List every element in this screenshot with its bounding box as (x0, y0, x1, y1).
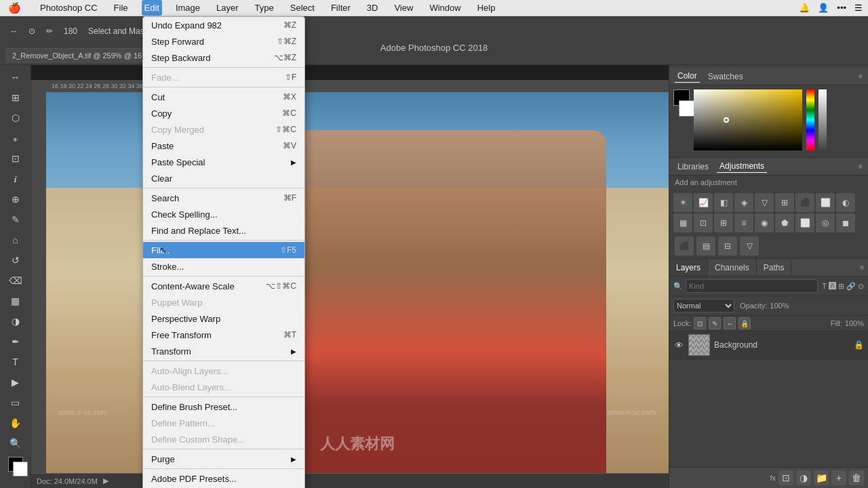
brush-tool-btn[interactable]: ✏ (42, 25, 57, 37)
background-color[interactable] (13, 462, 28, 476)
menu-filter[interactable]: Filter (328, 0, 353, 16)
menu-edit[interactable]: Edit (142, 0, 162, 16)
adj-gradient-map[interactable]: ▦ (673, 214, 692, 232)
adj-bw[interactable]: ⬜ (795, 214, 814, 232)
shape-tool[interactable]: ▭ (3, 393, 28, 412)
pen-tool[interactable]: ✒ (3, 332, 28, 351)
menu-layer[interactable]: Layer (214, 0, 241, 16)
menu-clear[interactable]: Clear (143, 170, 304, 186)
menu-find-replace[interactable]: Find and Replace Text... (143, 222, 304, 239)
menu-photoshop[interactable]: Photoshop CC (37, 0, 100, 16)
menu-perspective-warp[interactable]: Perspective Warp (143, 310, 304, 327)
adj-channel-mixer[interactable]: ⊞ (714, 214, 733, 232)
add-mask-btn[interactable]: ⊡ (778, 470, 793, 485)
crop-tool[interactable]: ⊡ (3, 149, 28, 168)
menu-window[interactable]: Window (427, 0, 463, 16)
alpha-bar[interactable] (818, 89, 827, 150)
menu-copy[interactable]: Copy ⌘C (143, 105, 304, 121)
text-tool[interactable]: T (3, 352, 28, 371)
adj-threshold[interactable]: ◐ (836, 193, 855, 212)
adj-extra-2[interactable]: ▤ (696, 237, 715, 256)
clone-stamp-tool[interactable]: ⌂ (3, 230, 28, 249)
layers-tab[interactable]: Layers (669, 259, 708, 276)
group-layers-btn[interactable]: 📁 (814, 470, 829, 485)
adj-photo-filter[interactable]: ◎ (816, 214, 835, 232)
foreground-color[interactable] (8, 457, 23, 472)
opacity-value[interactable]: 100% (770, 302, 789, 310)
hue-bar[interactable] (806, 89, 814, 150)
color-panel-menu[interactable]: ≡ (859, 73, 863, 80)
menu-type[interactable]: Type (252, 0, 277, 16)
artboard-tool[interactable]: ⊞ (3, 88, 28, 107)
lasso-tool[interactable]: ⬡ (3, 108, 28, 127)
eraser-tool[interactable]: ⌫ (3, 271, 28, 290)
adj-hsl[interactable]: ▽ (755, 193, 774, 212)
spot-heal-tool[interactable]: ⊕ (3, 190, 28, 209)
adjustment-layer-btn[interactable]: ◑ (796, 470, 811, 485)
menu-undo[interactable]: Undo Expand 982 ⌘Z (143, 17, 304, 33)
move-tool[interactable]: ↔ (3, 68, 28, 87)
menu-define-brush[interactable]: Define Brush Preset... (143, 399, 304, 415)
new-layer-btn[interactable]: + (831, 470, 846, 485)
menu-puppet-warp[interactable]: Puppet Warp (143, 294, 304, 310)
menu-view[interactable]: View (391, 0, 416, 16)
menu-step-backward[interactable]: Step Backward ⌥⌘Z (143, 49, 304, 66)
adj-posterize[interactable]: ⬜ (816, 193, 835, 212)
brush-size-btn[interactable]: 180 (60, 25, 81, 37)
adj-colorlookup[interactable]: ⊞ (775, 193, 794, 212)
layer-background[interactable]: 👁 Background 🔒 (669, 331, 868, 359)
dodge-tool[interactable]: ◑ (3, 312, 28, 331)
menu-paste-special[interactable]: Paste Special ▶ (143, 154, 304, 170)
canvas-image[interactable]: www.rr-sc.com www.rr-sc.com 人人素材网 (46, 92, 669, 473)
menu-auto-blend[interactable]: Auto-Blend Layers... (143, 379, 304, 395)
hand-tool[interactable]: ✋ (3, 413, 28, 432)
adj-curves[interactable]: 📈 (694, 193, 713, 212)
layers-kind-select[interactable] (686, 279, 818, 293)
menu-select[interactable]: Select (288, 0, 317, 16)
canvas-background[interactable]: www.rr-sc.com www.rr-sc.com 人人素材网 (46, 92, 669, 473)
delete-layer-btn[interactable]: 🗑 (849, 470, 864, 485)
fx-btn[interactable]: fx (770, 474, 776, 482)
history-tool[interactable]: ↺ (3, 251, 28, 270)
apple-menu[interactable]: 🍎 (5, 0, 24, 16)
menu-free-transform[interactable]: Free Transform ⌘T (143, 327, 304, 343)
layer-visibility-toggle[interactable]: 👁 (673, 340, 684, 350)
menu-step-forward[interactable]: Step Forward ⇧⌘Z (143, 33, 304, 49)
menu-search[interactable]: Search ⌘F (143, 190, 304, 206)
zoom-tool[interactable]: 🔍 (3, 434, 28, 453)
adj-extra-3[interactable]: ⊟ (718, 237, 737, 256)
notification-icon[interactable]: 🔔 (799, 3, 810, 13)
adj-solid-color[interactable]: ◼ (836, 214, 855, 232)
adj-selective-color[interactable]: ⊡ (694, 214, 713, 232)
path-select-tool[interactable]: ▶ (3, 373, 28, 392)
swatches-tab[interactable]: Swatches (705, 70, 746, 83)
menu-purge[interactable]: Purge ▶ (143, 451, 304, 467)
adjustments-tab[interactable]: Adjustments (717, 160, 767, 173)
menu-check-spelling[interactable]: Check Spelling... (143, 206, 304, 222)
gradient-tool[interactable]: ▦ (3, 291, 28, 310)
move-tool-btn[interactable]: ↔ (5, 25, 22, 37)
menu-auto-align[interactable]: Auto-Align Layers... (143, 363, 304, 379)
brush-tool[interactable]: ✎ (3, 210, 28, 229)
menu-define-pattern[interactable]: Define Pattern... (143, 415, 304, 431)
more-icon[interactable]: ••• (837, 3, 846, 13)
lock-all-btn[interactable]: 🔒 (738, 317, 751, 329)
menu-help[interactable]: Help (475, 0, 498, 16)
menu-content-aware-scale[interactable]: Content-Aware Scale ⌥⇧⌘C (143, 278, 304, 294)
color-tab[interactable]: Color (675, 70, 700, 83)
menu-fill[interactable]: Fill... ⇧F5 ↖ (143, 242, 304, 258)
blend-mode-select[interactable]: Normal Multiply Screen (673, 299, 734, 312)
adj-brightness[interactable]: ☀ (673, 193, 692, 212)
adj-balance[interactable]: ⬟ (775, 214, 794, 232)
color-gradient[interactable] (694, 89, 802, 150)
menu-3d[interactable]: 3D (364, 0, 381, 16)
paths-tab[interactable]: Paths (757, 259, 792, 276)
adj-extra-1[interactable]: ⬛ (675, 237, 694, 256)
adj-levels[interactable]: ≡ (734, 214, 753, 232)
lasso-tool-btn[interactable]: ⊙ (24, 25, 39, 37)
fg-bg-swatches[interactable] (673, 89, 690, 122)
adj-invert[interactable]: ⬛ (795, 193, 814, 212)
adj-extra-4[interactable]: ▽ (740, 237, 759, 256)
lock-image-btn[interactable]: ✎ (709, 317, 721, 329)
libraries-tab[interactable]: Libraries (675, 161, 711, 173)
